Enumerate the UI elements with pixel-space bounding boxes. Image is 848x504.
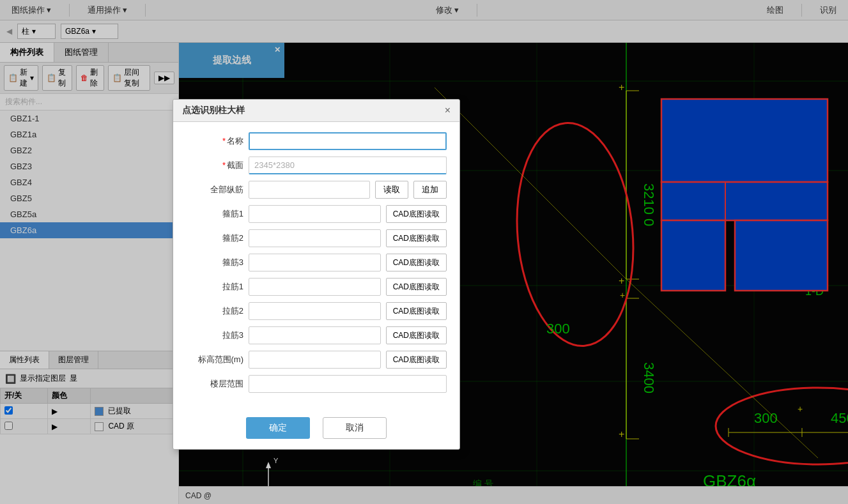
input-all-rebar[interactable]	[249, 181, 370, 199]
input-elevation[interactable]	[249, 351, 381, 369]
label-tie2: 拉筋2	[186, 305, 243, 317]
btn-cad-tie1[interactable]: CAD底图读取	[386, 278, 447, 296]
btn-cad-elevation[interactable]: CAD底图读取	[386, 351, 447, 369]
form-row-tie3: 拉筋3 CAD底图读取	[186, 326, 447, 344]
label-tie3: 拉筋3	[186, 330, 243, 341]
form-row-all-rebar: 全部纵筋 读取 追加	[186, 181, 447, 199]
input-tie3[interactable]	[249, 326, 381, 344]
btn-confirm[interactable]: 确定	[246, 417, 310, 439]
form-row-stirrup1: 箍筋1 CAD底图读取	[186, 205, 447, 223]
form-row-stirrup2: 箍筋2 CAD底图读取	[186, 229, 447, 247]
label-elevation: 标高范围(m)	[186, 354, 243, 365]
input-name[interactable]	[249, 132, 447, 150]
form-row-floor: 楼层范围	[186, 375, 447, 393]
label-tie1: 拉筋1	[186, 281, 243, 293]
btn-cad-stirrup1[interactable]: CAD底图读取	[386, 205, 447, 223]
input-stirrup3[interactable]	[249, 254, 381, 271]
btn-cad-tie3[interactable]: CAD底图读取	[386, 326, 447, 344]
btn-cad-stirrup3[interactable]: CAD底图读取	[386, 254, 447, 271]
btn-cad-stirrup2[interactable]: CAD底图读取	[386, 229, 447, 247]
label-all-rebar: 全部纵筋	[186, 184, 243, 195]
modal-header: 点选识别柱大样 ×	[173, 100, 459, 122]
label-stirrup3: 箍筋3	[186, 257, 243, 268]
input-stirrup1[interactable]	[249, 205, 381, 223]
modal-footer: 确定 取消	[173, 409, 459, 449]
form-row-tie2: 拉筋2 CAD底图读取	[186, 302, 447, 320]
label-stirrup1: 箍筋1	[186, 208, 243, 220]
modal-overlay: 点选识别柱大样 × 名称 截面 全部纵筋 读取 追加	[0, 0, 848, 504]
btn-cancel[interactable]: 取消	[323, 417, 387, 439]
input-tie2[interactable]	[249, 302, 381, 320]
btn-append-rebar[interactable]: 追加	[413, 181, 447, 199]
form-row-tie1: 拉筋1 CAD底图读取	[186, 278, 447, 296]
input-tie1[interactable]	[249, 278, 381, 296]
input-section[interactable]	[249, 157, 447, 174]
modal-body: 名称 截面 全部纵筋 读取 追加 箍筋1 CAD底图读取	[173, 122, 459, 409]
modal-title: 点选识别柱大样	[182, 105, 245, 116]
label-stirrup2: 箍筋2	[186, 233, 243, 244]
form-row-section: 截面	[186, 157, 447, 174]
label-section: 截面	[186, 160, 243, 171]
form-row-elevation: 标高范围(m) CAD底图读取	[186, 351, 447, 369]
modal-dialog: 点选识别柱大样 × 名称 截面 全部纵筋 读取 追加	[173, 99, 460, 450]
form-row-stirrup3: 箍筋3 CAD底图读取	[186, 254, 447, 271]
btn-cad-tie2[interactable]: CAD底图读取	[386, 302, 447, 320]
input-stirrup2[interactable]	[249, 229, 381, 247]
form-row-name: 名称	[186, 132, 447, 150]
label-floor: 楼层范围	[186, 378, 243, 390]
btn-read-rebar[interactable]: 读取	[375, 181, 408, 199]
label-name: 名称	[186, 135, 243, 147]
input-floor[interactable]	[249, 375, 447, 393]
modal-close-button[interactable]: ×	[445, 105, 451, 116]
